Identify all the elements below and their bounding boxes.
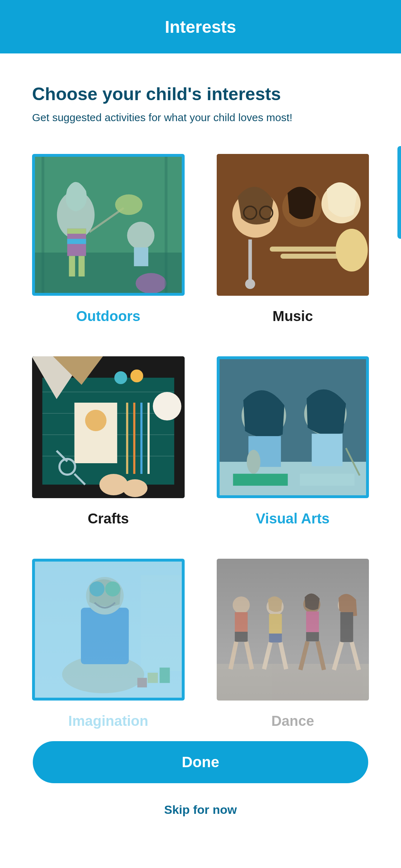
interest-card-imagination[interactable]: Imagination (32, 559, 185, 729)
svg-rect-59 (141, 575, 182, 671)
interest-image-music (217, 154, 369, 296)
svg-rect-42 (148, 403, 150, 474)
svg-point-62 (86, 577, 124, 615)
svg-rect-71 (235, 612, 247, 632)
svg-rect-81 (306, 611, 319, 632)
interest-image-crafts (32, 356, 185, 498)
svg-rect-4 (67, 229, 86, 234)
svg-rect-66 (160, 668, 170, 683)
svg-rect-24 (248, 239, 252, 282)
svg-point-12 (136, 273, 166, 293)
svg-rect-72 (235, 632, 247, 642)
svg-rect-48 (220, 359, 366, 495)
interest-card-crafts[interactable]: Crafts (32, 356, 185, 527)
interest-image-visual-arts (217, 356, 369, 498)
interest-image-dance (217, 559, 369, 701)
done-button[interactable]: Done (33, 741, 368, 783)
svg-rect-67 (137, 678, 147, 687)
svg-point-60 (62, 656, 144, 693)
interests-grid: Outdoors (32, 154, 369, 729)
svg-rect-11 (134, 247, 148, 266)
svg-rect-40 (133, 403, 135, 474)
svg-rect-49 (220, 462, 366, 495)
interest-label: Outdoors (76, 308, 140, 324)
svg-point-44 (130, 370, 143, 382)
svg-point-45 (153, 392, 181, 420)
svg-point-9 (115, 195, 143, 215)
svg-point-53 (304, 393, 346, 435)
heading: Choose your child's interests (32, 84, 369, 104)
svg-point-70 (232, 596, 250, 614)
svg-point-52 (247, 450, 260, 474)
svg-rect-21 (269, 247, 341, 252)
svg-rect-82 (306, 632, 319, 641)
svg-rect-5 (67, 239, 86, 244)
subheading: Get suggested activities for what your c… (32, 112, 369, 124)
svg-point-35 (85, 410, 107, 431)
svg-rect-69 (217, 664, 369, 701)
svg-rect-0 (35, 157, 182, 293)
skip-link[interactable]: Skip for now (164, 803, 237, 817)
svg-point-10 (127, 222, 155, 249)
header: Interests (0, 0, 401, 53)
svg-rect-39 (126, 403, 128, 474)
footer: Done Skip for now (0, 741, 401, 817)
svg-rect-3 (67, 229, 86, 256)
svg-rect-7 (78, 256, 84, 277)
svg-point-2 (57, 191, 95, 239)
svg-rect-54 (312, 434, 342, 466)
svg-point-25 (245, 279, 255, 289)
svg-rect-77 (269, 634, 282, 642)
interest-label: Crafts (88, 511, 129, 527)
svg-rect-87 (340, 633, 353, 642)
svg-rect-65 (148, 673, 158, 683)
scrollbar[interactable] (397, 146, 401, 239)
page-title: Interests (165, 17, 236, 37)
svg-rect-56 (299, 474, 354, 486)
interest-card-music[interactable]: Music (217, 154, 369, 324)
svg-rect-51 (248, 436, 281, 467)
svg-line-8 (89, 208, 124, 232)
svg-rect-13 (42, 157, 45, 293)
svg-rect-6 (69, 256, 75, 277)
svg-rect-58 (35, 562, 182, 698)
interest-card-visual-arts[interactable]: Visual Arts (217, 356, 369, 527)
interest-label: Dance (271, 713, 314, 729)
svg-point-63 (89, 582, 104, 596)
interest-label: Music (273, 308, 313, 324)
svg-rect-86 (340, 612, 353, 633)
svg-point-23 (335, 229, 367, 272)
svg-rect-61 (81, 608, 129, 664)
content: Choose your child's interests Get sugges… (0, 53, 401, 729)
interest-image-outdoors (32, 154, 185, 296)
svg-point-43 (114, 371, 127, 384)
interest-label: Visual Arts (256, 511, 330, 527)
svg-rect-14 (165, 157, 168, 293)
svg-line-57 (346, 448, 359, 476)
svg-point-64 (105, 582, 120, 596)
interest-label: Imagination (68, 713, 148, 729)
svg-rect-55 (233, 474, 288, 486)
svg-point-47 (123, 479, 148, 497)
interest-card-outdoors[interactable]: Outdoors (32, 154, 185, 324)
svg-rect-1 (35, 253, 182, 293)
svg-rect-76 (269, 614, 282, 634)
interest-image-imagination (32, 559, 185, 701)
svg-point-50 (241, 393, 286, 438)
interest-card-dance[interactable]: Dance (217, 559, 369, 729)
svg-rect-41 (140, 403, 143, 474)
